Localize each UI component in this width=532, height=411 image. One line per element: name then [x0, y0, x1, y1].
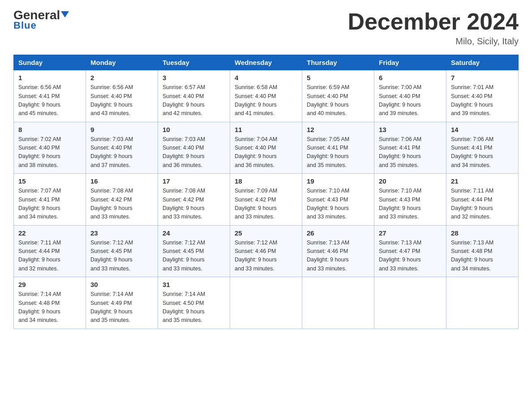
- day-info: Sunrise: 7:12 AMSunset: 4:45 PMDaylight:…: [163, 239, 225, 274]
- day-number: 19: [307, 177, 369, 185]
- day-number: 20: [379, 177, 442, 185]
- calendar-cell: 31Sunrise: 7:14 AMSunset: 4:50 PMDayligh…: [158, 277, 230, 329]
- day-info: Sunrise: 7:14 AMSunset: 4:50 PMDaylight:…: [163, 290, 225, 325]
- calendar-cell: 28Sunrise: 7:13 AMSunset: 4:48 PMDayligh…: [446, 225, 519, 277]
- calendar-cell: 3Sunrise: 6:57 AMSunset: 4:40 PMDaylight…: [158, 70, 230, 122]
- day-info: Sunrise: 7:11 AMSunset: 4:44 PMDaylight:…: [451, 187, 514, 222]
- day-info: Sunrise: 6:58 AMSunset: 4:40 PMDaylight:…: [235, 83, 297, 118]
- day-info: Sunrise: 7:11 AMSunset: 4:44 PMDaylight:…: [18, 239, 81, 274]
- calendar-cell: 10Sunrise: 7:03 AMSunset: 4:40 PMDayligh…: [158, 122, 230, 174]
- page-header: General Blue December 2024 Milo, Sicily,…: [13, 9, 519, 47]
- day-number: 1: [18, 74, 81, 81]
- day-info: Sunrise: 7:01 AMSunset: 4:40 PMDaylight:…: [451, 83, 514, 118]
- day-number: 5: [307, 74, 369, 81]
- day-number: 24: [163, 229, 225, 237]
- location: Milo, Sicily, Italy: [348, 36, 519, 47]
- calendar-table: SundayMondayTuesdayWednesdayThursdayFrid…: [13, 55, 519, 329]
- calendar-cell: [230, 277, 302, 329]
- day-number: 2: [90, 74, 153, 81]
- day-info: Sunrise: 7:10 AMSunset: 4:43 PMDaylight:…: [379, 187, 442, 222]
- logo-blue: Blue: [13, 20, 37, 31]
- calendar-cell: 25Sunrise: 7:12 AMSunset: 4:46 PMDayligh…: [230, 225, 302, 277]
- day-number: 3: [163, 74, 225, 81]
- calendar-cell: 14Sunrise: 7:06 AMSunset: 4:41 PMDayligh…: [446, 122, 519, 174]
- day-info: Sunrise: 7:12 AMSunset: 4:46 PMDaylight:…: [235, 239, 297, 274]
- weekday-header-saturday: Saturday: [446, 55, 519, 70]
- calendar-cell: 22Sunrise: 7:11 AMSunset: 4:44 PMDayligh…: [14, 225, 86, 277]
- day-info: Sunrise: 7:03 AMSunset: 4:40 PMDaylight:…: [163, 135, 225, 170]
- day-number: 25: [235, 229, 297, 237]
- week-row-4: 22Sunrise: 7:11 AMSunset: 4:44 PMDayligh…: [14, 225, 519, 277]
- day-info: Sunrise: 7:13 AMSunset: 4:48 PMDaylight:…: [451, 239, 514, 274]
- day-number: 27: [379, 229, 442, 237]
- calendar-cell: 5Sunrise: 6:59 AMSunset: 4:40 PMDaylight…: [302, 70, 374, 122]
- calendar-cell: 2Sunrise: 6:56 AMSunset: 4:40 PMDaylight…: [86, 70, 158, 122]
- calendar-cell: 17Sunrise: 7:08 AMSunset: 4:42 PMDayligh…: [158, 174, 230, 226]
- calendar-cell: 15Sunrise: 7:07 AMSunset: 4:41 PMDayligh…: [14, 174, 86, 226]
- day-number: 9: [90, 126, 153, 133]
- day-info: Sunrise: 7:07 AMSunset: 4:41 PMDaylight:…: [18, 187, 81, 222]
- weekday-header-wednesday: Wednesday: [230, 55, 302, 70]
- calendar-cell: 26Sunrise: 7:13 AMSunset: 4:46 PMDayligh…: [302, 225, 374, 277]
- calendar-cell: 19Sunrise: 7:10 AMSunset: 4:43 PMDayligh…: [302, 174, 374, 226]
- day-number: 15: [18, 177, 81, 185]
- day-info: Sunrise: 7:14 AMSunset: 4:49 PMDaylight:…: [90, 290, 153, 325]
- weekday-header-row: SundayMondayTuesdayWednesdayThursdayFrid…: [14, 55, 519, 70]
- day-number: 17: [163, 177, 225, 185]
- calendar-cell: 6Sunrise: 7:00 AMSunset: 4:40 PMDaylight…: [374, 70, 446, 122]
- week-row-3: 15Sunrise: 7:07 AMSunset: 4:41 PMDayligh…: [14, 174, 519, 226]
- logo: General Blue: [13, 9, 69, 31]
- day-number: 30: [90, 281, 153, 288]
- day-info: Sunrise: 6:56 AMSunset: 4:41 PMDaylight:…: [18, 83, 81, 118]
- day-number: 16: [90, 177, 153, 185]
- day-number: 11: [235, 126, 297, 133]
- calendar-cell: 13Sunrise: 7:06 AMSunset: 4:41 PMDayligh…: [374, 122, 446, 174]
- calendar-cell: [302, 277, 374, 329]
- weekday-header-monday: Monday: [86, 55, 158, 70]
- day-number: 26: [307, 229, 369, 237]
- day-number: 21: [451, 177, 514, 185]
- day-number: 4: [235, 74, 297, 81]
- day-number: 12: [307, 126, 369, 133]
- day-number: 22: [18, 229, 81, 237]
- logo-triangle-icon: [61, 11, 69, 17]
- calendar-cell: 24Sunrise: 7:12 AMSunset: 4:45 PMDayligh…: [158, 225, 230, 277]
- calendar-cell: 11Sunrise: 7:04 AMSunset: 4:40 PMDayligh…: [230, 122, 302, 174]
- calendar-cell: 12Sunrise: 7:05 AMSunset: 4:41 PMDayligh…: [302, 122, 374, 174]
- day-info: Sunrise: 7:13 AMSunset: 4:46 PMDaylight:…: [307, 239, 369, 274]
- day-info: Sunrise: 6:56 AMSunset: 4:40 PMDaylight:…: [90, 83, 153, 118]
- day-info: Sunrise: 7:12 AMSunset: 4:45 PMDaylight:…: [90, 239, 153, 274]
- month-title: December 2024: [348, 9, 519, 34]
- calendar-cell: 21Sunrise: 7:11 AMSunset: 4:44 PMDayligh…: [446, 174, 519, 226]
- day-info: Sunrise: 7:00 AMSunset: 4:40 PMDaylight:…: [379, 83, 442, 118]
- week-row-2: 8Sunrise: 7:02 AMSunset: 4:40 PMDaylight…: [14, 122, 519, 174]
- day-number: 31: [163, 281, 225, 288]
- calendar-cell: 20Sunrise: 7:10 AMSunset: 4:43 PMDayligh…: [374, 174, 446, 226]
- calendar-cell: 8Sunrise: 7:02 AMSunset: 4:40 PMDaylight…: [14, 122, 86, 174]
- day-number: 10: [163, 126, 225, 133]
- calendar-cell: 1Sunrise: 6:56 AMSunset: 4:41 PMDaylight…: [14, 70, 86, 122]
- day-number: 7: [451, 74, 514, 81]
- weekday-header-tuesday: Tuesday: [158, 55, 230, 70]
- week-row-1: 1Sunrise: 6:56 AMSunset: 4:41 PMDaylight…: [14, 70, 519, 122]
- title-block: December 2024 Milo, Sicily, Italy: [348, 9, 519, 47]
- day-info: Sunrise: 7:08 AMSunset: 4:42 PMDaylight:…: [90, 187, 153, 222]
- day-info: Sunrise: 7:05 AMSunset: 4:41 PMDaylight:…: [307, 135, 369, 170]
- weekday-header-friday: Friday: [374, 55, 446, 70]
- day-info: Sunrise: 7:06 AMSunset: 4:41 PMDaylight:…: [451, 135, 514, 170]
- day-number: 14: [451, 126, 514, 133]
- day-number: 29: [18, 281, 81, 288]
- day-info: Sunrise: 7:02 AMSunset: 4:40 PMDaylight:…: [18, 135, 81, 170]
- day-number: 6: [379, 74, 442, 81]
- day-number: 18: [235, 177, 297, 185]
- calendar-cell: [446, 277, 519, 329]
- day-number: 28: [451, 229, 514, 237]
- calendar-cell: 9Sunrise: 7:03 AMSunset: 4:40 PMDaylight…: [86, 122, 158, 174]
- day-info: Sunrise: 7:14 AMSunset: 4:48 PMDaylight:…: [18, 290, 81, 325]
- calendar-cell: 4Sunrise: 6:58 AMSunset: 4:40 PMDaylight…: [230, 70, 302, 122]
- calendar-cell: 23Sunrise: 7:12 AMSunset: 4:45 PMDayligh…: [86, 225, 158, 277]
- calendar-cell: 27Sunrise: 7:13 AMSunset: 4:47 PMDayligh…: [374, 225, 446, 277]
- day-info: Sunrise: 7:10 AMSunset: 4:43 PMDaylight:…: [307, 187, 369, 222]
- day-info: Sunrise: 7:08 AMSunset: 4:42 PMDaylight:…: [163, 187, 225, 222]
- weekday-header-sunday: Sunday: [14, 55, 86, 70]
